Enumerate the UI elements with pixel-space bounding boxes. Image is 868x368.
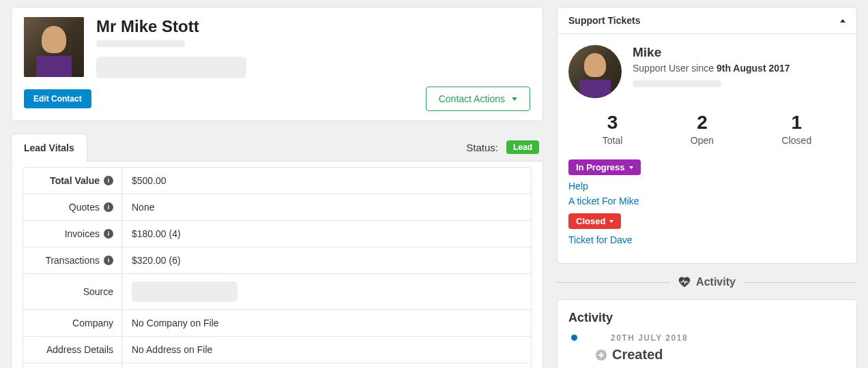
support-panel-title: Support Tickets [568, 15, 641, 26]
edit-contact-button[interactable]: Edit Contact [24, 89, 91, 108]
info-icon[interactable]: i [104, 176, 113, 185]
vital-value: No phone number on File [122, 363, 531, 368]
vital-value: $320.00 (6) [122, 247, 531, 273]
skeleton-line [96, 40, 185, 47]
vital-value: No Address on File [122, 337, 531, 363]
support-user-name: Mike [633, 45, 790, 60]
skeleton-line [633, 80, 721, 87]
vital-label: Invoicesi [23, 221, 122, 247]
ticket-status-badge[interactable]: Closed [568, 213, 621, 229]
support-avatar [568, 45, 622, 98]
vital-row: Telephone ContactsNo phone number on Fil… [23, 363, 531, 368]
skeleton-block [96, 57, 246, 78]
vital-row: Transactionsi$320.00 (6) [23, 247, 531, 274]
vital-value: $180.00 (4) [122, 221, 531, 247]
contact-actions-button[interactable]: Contact Actions [426, 87, 530, 111]
chevron-down-icon [512, 97, 517, 101]
status-badge: Lead [506, 140, 539, 154]
ticket-link[interactable]: Help [568, 181, 845, 191]
vital-label: Address Details [23, 337, 122, 363]
contact-header-card: Mr Mike Stott Edit Contact Contact Actio… [11, 7, 543, 121]
vital-row: CompanyNo Company on File [23, 310, 531, 337]
vital-label: Total Valuei [23, 168, 122, 194]
vital-label: Telephone Contacts [23, 363, 122, 368]
stat-total: 3 Total [603, 112, 623, 146]
activity-panel: Activity 20TH JULY 2018 Created Mr Mike … [557, 299, 857, 368]
timeline-bullet [571, 335, 577, 341]
vital-label: Quotesi [23, 194, 122, 220]
info-icon[interactable]: i [104, 202, 113, 212]
contact-actions-label: Contact Actions [439, 93, 505, 104]
contact-avatar [24, 17, 84, 77]
vital-label: Transactionsi [23, 247, 122, 273]
skeleton-block [132, 281, 237, 302]
vital-row: QuotesiNone [23, 194, 531, 221]
vital-label: Company [23, 310, 122, 336]
activity-divider: Activity [557, 276, 857, 288]
vitals-card: Total Valuei$500.00QuotesiNoneInvoicesi$… [11, 161, 543, 368]
support-panel-header[interactable]: Support Tickets [558, 7, 856, 34]
support-tickets-panel: Support Tickets Mike Support User since … [557, 7, 857, 264]
tab-lead-vitals[interactable]: Lead Vitals [11, 134, 87, 162]
support-since: Support User since 9th August 2017 [633, 63, 790, 74]
activity-event: Created [596, 347, 845, 363]
chevron-up-icon [840, 19, 845, 22]
ticket-link[interactable]: Ticket for Dave [568, 234, 845, 245]
plus-circle-icon [596, 350, 607, 361]
activity-date: 20TH JULY 2018 [611, 333, 845, 343]
stat-closed: 1 Closed [782, 112, 812, 146]
vital-value: None [122, 194, 531, 220]
chevron-down-icon [629, 166, 633, 169]
activity-title: Activity [568, 311, 845, 325]
chevron-down-icon [609, 220, 613, 223]
stat-open: 2 Open [691, 112, 714, 146]
vital-value [122, 274, 531, 309]
vital-value: $500.00 [122, 168, 531, 194]
vital-row: Source [23, 274, 531, 310]
vital-label: Source [23, 274, 122, 309]
status-label: Status: [466, 142, 498, 153]
vital-row: Address DetailsNo Address on File [23, 337, 531, 363]
ticket-link[interactable]: A ticket For Mike [568, 196, 845, 206]
info-icon[interactable]: i [104, 229, 113, 239]
vital-row: Total Valuei$500.00 [23, 168, 531, 194]
heartbeat-icon [678, 277, 691, 288]
ticket-status-badge[interactable]: In Progress [568, 159, 641, 175]
tab-bar: Lead Vitals Status: Lead [11, 134, 543, 161]
contact-name: Mr Mike Stott [96, 17, 530, 36]
vital-row: Invoicesi$180.00 (4) [23, 221, 531, 247]
info-icon[interactable]: i [104, 256, 113, 265]
vital-value: No Company on File [122, 310, 531, 336]
